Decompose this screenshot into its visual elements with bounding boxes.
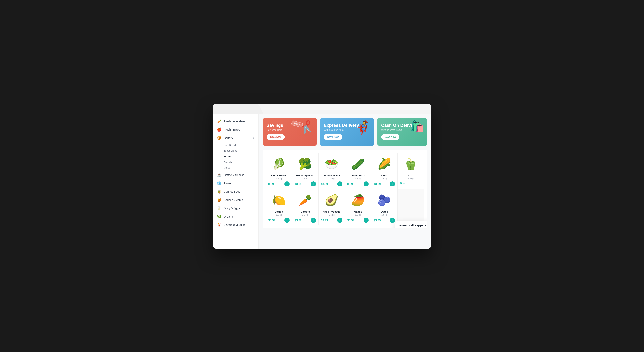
product-card-dates[interactable]: 🫐 Dates 1.5 kg $3.99 +	[371, 189, 398, 225]
add-to-cart-mango[interactable]: +	[364, 218, 369, 223]
add-to-cart-onion-grass[interactable]: +	[284, 181, 290, 186]
product-card-green-barb[interactable]: 🥒 Green Barb 1.5 kg $3.99 +	[345, 153, 371, 189]
scissors-icon: ✂️	[297, 119, 314, 136]
product-card-lemon[interactable]: 🍋 Lemon 1.5 kg $3.99 +	[266, 189, 292, 225]
sidebar-item-bakery[interactable]: 🍞 Bakery ∨	[213, 134, 258, 142]
main-content: Savings Hay essentials Save Now ✂️ PRICE…	[259, 114, 431, 249]
product-name-hass-avocado: Hass Avocado	[323, 210, 340, 213]
product-footer-corn: $3.99 +	[374, 181, 395, 186]
product-name-cu: Cu...	[408, 174, 414, 177]
product-image-dates: 🫐	[376, 192, 393, 208]
sidebar-subitem-soft-bread[interactable]: Soft Bread	[213, 142, 258, 148]
sidebar-item-fresh-vegetables[interactable]: 🥕 Fresh Vegetables ›	[213, 117, 258, 126]
maximize-button[interactable]	[224, 107, 227, 110]
product-price-dates: $3.99	[374, 219, 381, 222]
add-to-cart-hass-avocado[interactable]: +	[337, 218, 342, 223]
chevron-icon: ›	[254, 182, 254, 185]
product-image-onion-grass: 🥬	[270, 156, 288, 172]
sidebar-item-dairy-eggs[interactable]: 🥛 Dairy & Eggs ›	[213, 204, 258, 212]
sidebar-label-coffee-snacks: Coffee & Snacks	[224, 174, 244, 176]
chevron-icon: ›	[254, 128, 254, 131]
browser-body: 🥕 Fresh Vegetables › 🍎 Fresh Fruites › 🍞…	[213, 114, 431, 249]
sidebar-item-fresh-fruits[interactable]: 🍎 Fresh Fruites ›	[213, 126, 258, 134]
cart-item-weight: 1.5 kg	[399, 227, 427, 228]
product-card-placeholder	[398, 189, 424, 225]
product-name-carrots: Carrots	[301, 210, 310, 213]
sidebar-subitem-muffin[interactable]: Muffin	[213, 154, 258, 159]
product-name-corn: Corn	[381, 174, 387, 177]
sidebar-subitem-cake[interactable]: Cake	[213, 165, 258, 171]
chevron-icon: ›	[254, 215, 254, 218]
product-card-lettuce-leaves[interactable]: 🥗 Lettuce leaves 1.5 kg $3.99 +	[318, 153, 345, 189]
sidebar-item-organic[interactable]: 🌿 Organic ›	[213, 212, 258, 221]
product-price-carrots: $3.99	[295, 219, 302, 222]
product-weight-lemon: 1.5 kg	[276, 214, 282, 216]
banner-cash-delivery[interactable]: Cash On Delivery With selected Items Sav…	[377, 118, 427, 146]
dairy-icon: 🥛	[217, 206, 222, 210]
product-footer-mango: $3.99 +	[348, 218, 369, 223]
brand-name: Tailwind CSS	[238, 107, 256, 110]
sidebar-item-canned-food[interactable]: 🥫 Canned Food ›	[213, 187, 258, 196]
sidebar-subitem-danish[interactable]: Danish	[213, 159, 258, 165]
chevron-icon: ›	[254, 190, 254, 193]
product-footer-green-spinach: $3.99 +	[295, 181, 316, 186]
chevron-down-icon: ∨	[253, 137, 254, 139]
product-price-mango: $3.99	[348, 219, 354, 222]
add-to-cart-lettuce[interactable]: +	[337, 181, 342, 186]
product-weight-onion-grass: 1.5 kg	[276, 177, 282, 180]
product-image-cu: 🫑	[402, 156, 420, 172]
add-to-cart-green-barb[interactable]: +	[364, 181, 369, 186]
fruits-icon: 🍎	[217, 128, 222, 132]
frozen-icon: 🧊	[217, 181, 222, 185]
product-image-green-spinach: 🥦	[296, 156, 314, 172]
product-grid: 🥬 Onion Grass 1.5 kg $3.99 + 🥦 G	[266, 153, 424, 225]
banner3-save-button[interactable]: Save Now	[381, 134, 400, 140]
chevron-icon: ›	[254, 120, 254, 123]
product-grid-wrapper: 🥬 Onion Grass 1.5 kg $3.99 + 🥦 G	[263, 150, 427, 228]
sidebar-item-frozen[interactable]: 🧊 Frozen ›	[213, 179, 258, 187]
close-button[interactable]	[216, 107, 219, 110]
banner-row: Savings Hay essentials Save Now ✂️ PRICE…	[263, 118, 427, 146]
banner2-save-button[interactable]: Save Now	[324, 134, 342, 140]
sidebar-item-coffee-snacks[interactable]: ☕ Coffee & Snacks ›	[213, 171, 258, 179]
product-card-mango[interactable]: 🥭 Mango 1.5 kg $3.99 +	[345, 189, 371, 225]
banner-express-delivery[interactable]: Express Delivery With selected Items Sav…	[320, 118, 374, 146]
sidebar-item-beverage-juice[interactable]: 🍹 Beverage & Juice ›	[213, 221, 258, 229]
sidebar-subitem-toast-bread[interactable]: Toast Bread	[213, 148, 258, 154]
product-card-cu[interactable]: 🫑 Cu... 1.5 kg $3...	[398, 153, 424, 189]
product-name-mango: Mango	[354, 210, 362, 213]
product-card-green-spinach[interactable]: 🥦 Green Spinach 1.5 kg $3.99 +	[292, 153, 318, 189]
sidebar-label-sauces-jams: Sauces & Jams	[224, 198, 243, 201]
product-image-lemon: 🍋	[270, 192, 288, 208]
browser-titlebar: Tailwind CSS	[213, 104, 431, 114]
product-card-carrots[interactable]: 🥕 Carrots 1.5 kg $3.99 +	[292, 189, 318, 225]
product-price-hass-avocado: $3.99	[321, 219, 328, 222]
add-to-cart-corn[interactable]: +	[390, 181, 395, 186]
add-to-cart-lemon[interactable]: +	[284, 218, 290, 223]
bakery-submenu: Soft Bread Toast Bread Muffin Danish Cak…	[213, 142, 258, 171]
product-weight-corn: 1.5 kg	[381, 177, 387, 180]
product-card-onion-grass[interactable]: 🥬 Onion Grass 1.5 kg $3.99 +	[266, 153, 292, 189]
product-name-lemon: Lemon	[275, 210, 283, 213]
superhero-icon: 🦸	[355, 120, 371, 135]
sidebar-label-dairy-eggs: Dairy & Eggs	[224, 207, 240, 210]
product-footer-lemon: $3.99 +	[268, 218, 290, 223]
product-card-hass-avocado[interactable]: 🥑 Hass Avocado 1.5 kg $3.99 +	[318, 189, 345, 225]
add-to-cart-dates[interactable]: +	[390, 218, 395, 223]
banner-hay-essentials[interactable]: Savings Hay essentials Save Now ✂️ PRICE	[263, 118, 317, 146]
product-card-corn[interactable]: 🌽 Corn 1.5 kg $3.99 +	[371, 153, 398, 189]
product-weight-lettuce: 1.5 kg	[329, 177, 334, 180]
banner1-save-button[interactable]: Save Now	[266, 134, 285, 140]
product-price-green-barb: $3.99	[348, 182, 354, 185]
product-weight-cu: 1.5 kg	[408, 177, 414, 180]
cart-item-name: Sweet Bell Peppers	[399, 224, 427, 227]
sidebar-item-sauces-jams[interactable]: 🍯 Sauces & Jams ›	[213, 196, 258, 204]
tailwind-logo-icon	[231, 106, 236, 111]
minimize-button[interactable]	[220, 107, 223, 110]
package-icon: 🛍️	[410, 120, 424, 133]
product-image-hass-avocado: 🥑	[323, 192, 340, 208]
add-to-cart-green-spinach[interactable]: +	[311, 181, 316, 186]
product-image-green-barb: 🥒	[349, 156, 367, 172]
add-to-cart-carrots[interactable]: +	[311, 218, 316, 223]
sidebar-label-organic: Organic	[224, 215, 234, 218]
